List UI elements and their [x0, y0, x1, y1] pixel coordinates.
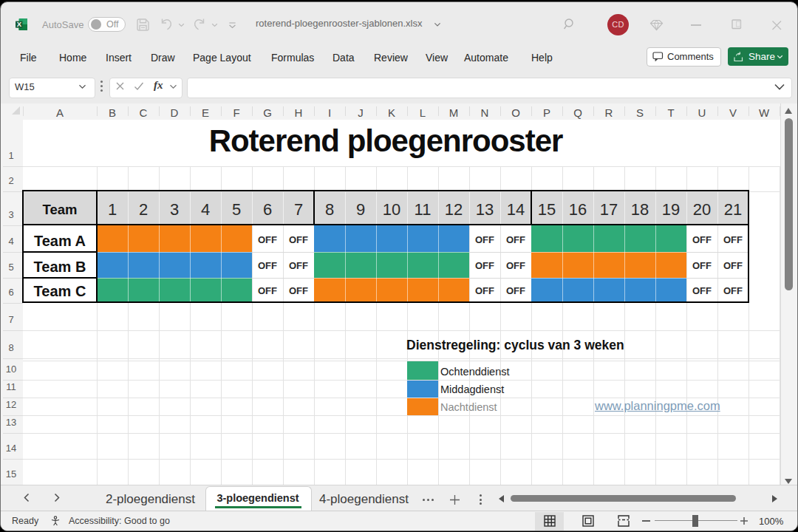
svg-text:X: X	[17, 20, 22, 28]
